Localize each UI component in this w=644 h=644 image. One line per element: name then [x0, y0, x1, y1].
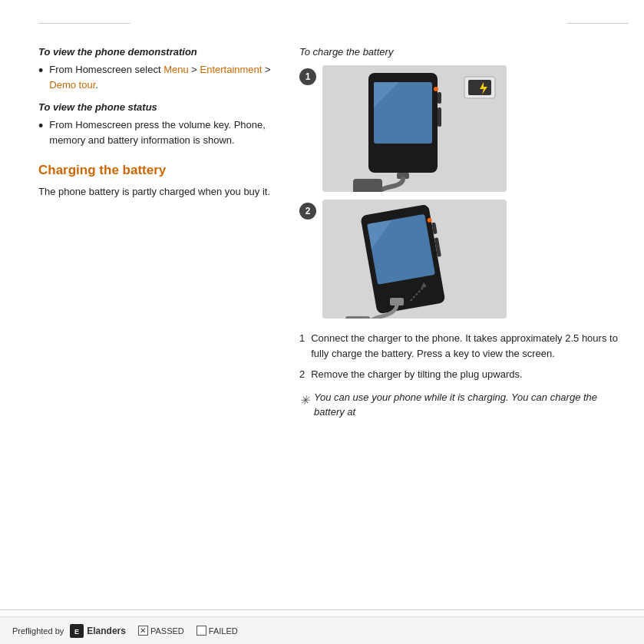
- tip-item: ✳ You can use your phone while it is cha…: [299, 390, 629, 420]
- svg-rect-4: [438, 92, 441, 104]
- bullet-text-2: From Homescreen press the volume key. Ph…: [49, 117, 276, 147]
- failed-badge: FAILED: [197, 626, 238, 636]
- top-border-left: [38, 23, 130, 24]
- elanders-icon-svg: E: [70, 624, 84, 638]
- svg-text:E: E: [74, 628, 79, 636]
- preflight-bar: Preflighted by E Elanders ✕ PASSED FAILE…: [0, 616, 644, 644]
- step2-circle: 2: [299, 203, 316, 220]
- step2-phone-svg: [322, 200, 507, 319]
- left-column: To view the phone demonstration • From H…: [38, 46, 276, 583]
- right-column: To charge the battery 1: [299, 46, 629, 583]
- bullet-dot-2: •: [38, 119, 43, 133]
- passed-badge: ✕ PASSED: [138, 626, 184, 636]
- failed-label: FAILED: [209, 626, 238, 636]
- instruction-2: 2 Remove the charger by tilting the plug…: [299, 367, 629, 382]
- link-entertainment: Entertainment: [200, 64, 263, 75]
- page-container: To view the phone demonstration • From H…: [0, 0, 644, 644]
- section-heading-charging: Charging the battery: [38, 163, 276, 178]
- instruction-number-1: 1: [299, 331, 305, 361]
- bullet-item-1: • From Homescreen select Menu > Entertai…: [38, 62, 276, 92]
- svg-rect-21: [345, 316, 370, 319]
- instruction-text-1: Connect the charger to the phone. It tak…: [311, 331, 629, 361]
- step1-circle: 1: [299, 68, 316, 85]
- charging-description: The phone battery is partly charged when…: [38, 184, 276, 200]
- bullet-dot-1: •: [38, 64, 43, 78]
- step2-image-box: [322, 200, 507, 319]
- heading-charge-battery: To charge the battery: [299, 46, 629, 58]
- step1-image-container: 1: [299, 65, 629, 192]
- heading-view-demo: To view the phone demonstration: [38, 46, 276, 58]
- elanders-brand: Elanders: [87, 626, 126, 636]
- svg-rect-10: [353, 179, 382, 192]
- preflight-label: Preflighted by: [12, 626, 64, 636]
- step1-image-box: [322, 65, 507, 192]
- instruction-number-2: 2: [299, 367, 305, 382]
- failed-checkbox: [197, 626, 206, 636]
- link-menu: Menu: [163, 64, 189, 75]
- instruction-text-2: Remove the charger by tilting the plug u…: [311, 367, 522, 382]
- tip-icon: ✳: [299, 391, 309, 410]
- tip-text: You can use your phone while it is charg…: [314, 390, 629, 420]
- content-area: To view the phone demonstration • From H…: [38, 46, 629, 583]
- svg-rect-7: [468, 80, 491, 95]
- passed-checkbox: ✕: [138, 626, 148, 636]
- passed-label: PASSED: [150, 626, 184, 636]
- link-demo-tour: Demo tour: [49, 79, 95, 91]
- top-border-right: [567, 23, 629, 24]
- heading-view-status: To view the phone status: [38, 101, 276, 113]
- bullet-item-2: • From Homescreen press the volume key. …: [38, 117, 276, 147]
- svg-rect-12: [434, 87, 438, 91]
- svg-rect-5: [438, 107, 441, 127]
- instruction-1: 1 Connect the charger to the phone. It t…: [299, 331, 629, 361]
- elanders-logo: E Elanders: [70, 624, 126, 638]
- instructions-area: 1 Connect the charger to the phone. It t…: [299, 331, 629, 420]
- step1-phone-svg: [322, 65, 507, 192]
- bullet-text-1: From Homescreen select Menu > Entertainm…: [49, 62, 276, 92]
- step2-image-container: 2: [299, 200, 629, 319]
